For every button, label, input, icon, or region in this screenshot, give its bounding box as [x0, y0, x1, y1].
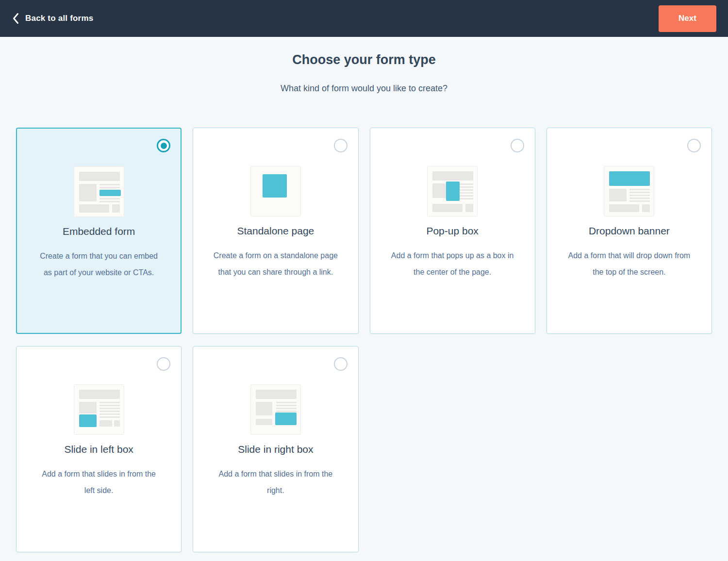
- next-button[interactable]: Next: [659, 5, 716, 32]
- card-slide-in-left-box[interactable]: Slide in left box Add a form that slides…: [16, 346, 182, 552]
- radio-standalone-page[interactable]: [334, 139, 347, 152]
- card-title: Standalone page: [193, 225, 358, 237]
- dropdown-banner-illustration: [604, 166, 654, 216]
- card-description: Add a form that slides in from the right…: [203, 466, 348, 499]
- form-type-card-grid: Embedded form Create a form that you can…: [16, 128, 712, 552]
- slide-in-right-box-illustration: [250, 384, 301, 435]
- chevron-left-icon: [12, 12, 19, 25]
- page-subtitle: What kind of form would you like to crea…: [0, 83, 728, 94]
- card-title: Slide in right box: [193, 444, 358, 455]
- radio-embedded-form[interactable]: [157, 139, 170, 152]
- radio-slide-in-left-box[interactable]: [157, 357, 170, 371]
- embedded-form-illustration: [74, 166, 124, 217]
- standalone-page-illustration: [250, 166, 301, 216]
- back-to-all-forms-link[interactable]: Back to all forms: [12, 12, 93, 25]
- radio-slide-in-right-box[interactable]: [334, 357, 347, 371]
- card-title: Pop-up box: [370, 225, 535, 237]
- card-title: Dropdown banner: [547, 225, 711, 237]
- page-title: Choose your form type: [0, 52, 728, 67]
- card-standalone-page[interactable]: Standalone page Create a form on a stand…: [193, 128, 358, 334]
- card-popup-box[interactable]: Pop-up box Add a form that pops up as a …: [370, 128, 535, 334]
- top-navigation-bar: Back to all forms Next: [0, 0, 728, 37]
- card-slide-in-right-box[interactable]: Slide in right box Add a form that slide…: [193, 346, 358, 552]
- back-link-label: Back to all forms: [25, 14, 93, 23]
- form-type-chooser: Choose your form type What kind of form …: [0, 52, 728, 552]
- slide-in-left-box-illustration: [74, 384, 124, 435]
- popup-box-illustration: [427, 166, 478, 216]
- page-header: Choose your form type What kind of form …: [0, 52, 728, 94]
- card-description: Add a form that pops up as a box in the …: [380, 248, 525, 280]
- card-title: Slide in left box: [17, 444, 181, 455]
- card-description: Add a form that will drop down from the …: [556, 248, 702, 280]
- card-description: Create a form that you can embed as part…: [26, 248, 172, 281]
- radio-dropdown-banner[interactable]: [687, 139, 701, 152]
- card-title: Embedded form: [17, 226, 181, 237]
- card-description: Add a form that slides in from the left …: [26, 466, 172, 499]
- radio-popup-box[interactable]: [511, 139, 524, 152]
- card-dropdown-banner[interactable]: Dropdown banner Add a form that will dro…: [546, 128, 712, 334]
- card-description: Create a form on a standalone page that …: [203, 248, 348, 280]
- card-embedded-form[interactable]: Embedded form Create a form that you can…: [16, 128, 182, 334]
